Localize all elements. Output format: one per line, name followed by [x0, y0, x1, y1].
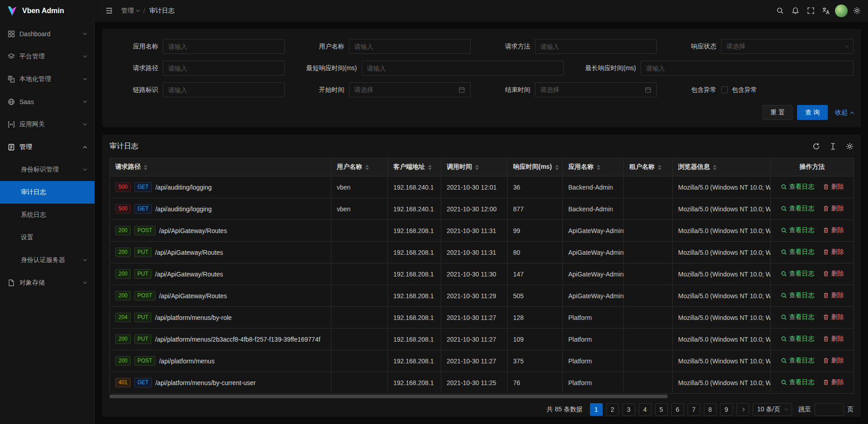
filter-label: 请求路径	[109, 64, 163, 72]
response-status-select[interactable]: 请选择	[721, 39, 854, 54]
sidebar-item-dashboard[interactable]: Dashboard	[0, 23, 94, 45]
sidebar-item-identity-management[interactable]: 身份标识管理	[0, 158, 94, 181]
sidebar-item-audit-log[interactable]: 审计日志	[0, 181, 94, 204]
page-button-7[interactable]: 7	[688, 403, 700, 416]
menu-fold-icon[interactable]	[101, 0, 117, 22]
sidebar-item-settings[interactable]: 设置	[0, 226, 94, 249]
scrollbar-thumb[interactable]	[109, 395, 668, 398]
user-avatar[interactable]	[834, 0, 849, 22]
sort-icons	[144, 165, 147, 170]
sidebar-item-label: 对象存储	[19, 279, 79, 287]
row-height-icon[interactable]	[829, 143, 837, 150]
search-button[interactable]: 查 询	[797, 105, 828, 120]
sidebar-item-auth-server[interactable]: 身份认证服务器	[0, 249, 94, 272]
view-log-label: 查看日志	[789, 205, 815, 213]
request-path-text: /api/auditing/logging	[156, 184, 212, 191]
delete-button[interactable]: 删除	[823, 313, 844, 321]
collapse-link[interactable]: 收起	[835, 109, 854, 117]
notification-bell-icon[interactable]	[788, 0, 803, 22]
view-log-button[interactable]: 查看日志	[781, 205, 815, 213]
request-path-text: /api/platform/menus/by-current-user	[156, 379, 256, 386]
cell-browser-info: Mozilla/5.0 (Windows NT 10.0; Win	[673, 242, 771, 263]
start-time-picker[interactable]: 请选择	[349, 82, 471, 97]
app-name-input[interactable]	[163, 39, 285, 54]
delete-button[interactable]: 删除	[823, 205, 844, 213]
sidebar-item-management[interactable]: 管理	[0, 136, 94, 158]
column-header-3[interactable]: 调用时间	[441, 158, 508, 176]
column-header-1[interactable]: 用户名称	[331, 158, 388, 176]
view-log-button[interactable]: 查看日志	[781, 313, 815, 321]
next-page-button[interactable]	[736, 403, 749, 416]
jump-page-input[interactable]	[815, 403, 844, 416]
trace-id-input[interactable]	[163, 82, 285, 97]
column-header-4[interactable]: 响应时间(ms)	[508, 158, 563, 176]
search-icon[interactable]	[772, 0, 788, 22]
sidebar-item-object-storage[interactable]: 对象存储	[0, 272, 94, 294]
filter-label: 请求方法	[481, 43, 535, 51]
cell-client-address: 192.168.208.1	[388, 350, 441, 372]
page-size-select[interactable]: 10 条/页	[753, 403, 792, 416]
page-button-6[interactable]: 6	[671, 403, 684, 416]
max-response-time-input[interactable]	[641, 61, 854, 76]
sidebar-item-system-log[interactable]: 系统日志	[0, 204, 94, 226]
translate-icon[interactable]	[818, 0, 834, 22]
sidebar-item-localization-management[interactable]: 本地化管理	[0, 68, 94, 91]
include-exception-checkbox[interactable]: 包含异常	[721, 86, 757, 94]
user-name-input[interactable]	[349, 39, 471, 54]
logo[interactable]: Vben Admin	[0, 0, 94, 22]
sidebar: Vben Admin Dashboard平台管理本地化管理Saas应用网关管理身…	[0, 0, 95, 424]
page-button-4[interactable]: 4	[639, 403, 651, 416]
chevron-down-icon	[845, 43, 849, 47]
view-log-label: 查看日志	[789, 226, 815, 234]
column-header-5[interactable]: 应用名称	[563, 158, 624, 176]
sidebar-item-app-gateway[interactable]: 应用网关	[0, 113, 94, 136]
page-button-3[interactable]: 3	[623, 403, 635, 416]
view-log-button[interactable]: 查看日志	[781, 357, 815, 365]
refresh-icon[interactable]	[812, 143, 820, 150]
breadcrumb-parent[interactable]: 管理	[121, 7, 139, 15]
delete-button[interactable]: 删除	[823, 378, 844, 386]
cell-client-address: 192.168.208.1	[388, 372, 441, 394]
fullscreen-icon[interactable]	[803, 0, 818, 22]
delete-button[interactable]: 删除	[823, 270, 844, 278]
delete-button[interactable]: 删除	[823, 357, 844, 365]
delete-button[interactable]: 删除	[823, 248, 844, 256]
page-button-5[interactable]: 5	[655, 403, 668, 416]
cell-user-name	[331, 263, 388, 285]
view-log-button[interactable]: 查看日志	[781, 248, 815, 256]
view-log-button[interactable]: 查看日志	[781, 335, 815, 343]
reset-button[interactable]: 重 置	[763, 105, 793, 120]
sidebar-item-saas[interactable]: Saas	[0, 91, 94, 113]
view-log-button[interactable]: 查看日志	[781, 291, 815, 300]
page-button-8[interactable]: 8	[704, 403, 717, 416]
page-button-1[interactable]: 1	[590, 403, 603, 416]
page-button-2[interactable]: 2	[606, 403, 619, 416]
delete-button[interactable]: 删除	[823, 335, 844, 343]
view-log-button[interactable]: 查看日志	[781, 183, 815, 191]
cell-client-address-text: 192.168.208.1	[393, 271, 434, 278]
view-log-button[interactable]: 查看日志	[781, 226, 815, 234]
sidebar-subitem-label: 身份标识管理	[21, 166, 79, 174]
request-method-input[interactable]	[535, 39, 657, 54]
view-log-button[interactable]: 查看日志	[781, 270, 815, 278]
delete-button[interactable]: 删除	[823, 291, 844, 300]
request-path-input[interactable]	[163, 61, 285, 76]
sidebar-item-platform-management[interactable]: 平台管理	[0, 45, 94, 68]
column-header-0[interactable]: 请求路径	[110, 158, 331, 176]
min-response-time-input[interactable]	[362, 61, 564, 76]
cell-tenant-name	[624, 176, 673, 198]
column-header-2[interactable]: 客户端地址	[388, 158, 441, 176]
cell-call-time: 2021-10-30 11:31	[441, 242, 508, 263]
column-header-7[interactable]: 浏览器信息	[673, 158, 771, 176]
cell-actions: 查看日志删除	[771, 176, 854, 198]
method-badge: POST	[134, 226, 156, 235]
end-time-picker[interactable]: 请选择	[535, 82, 657, 97]
page-button-9[interactable]: 9	[720, 403, 733, 416]
column-header-6[interactable]: 租户名称	[624, 158, 673, 176]
delete-button[interactable]: 删除	[823, 226, 844, 234]
delete-button[interactable]: 删除	[823, 183, 844, 191]
gear-icon[interactable]	[849, 0, 864, 22]
column-settings-icon[interactable]	[846, 143, 854, 150]
view-log-button[interactable]: 查看日志	[781, 378, 815, 386]
horizontal-scrollbar[interactable]	[109, 394, 854, 399]
